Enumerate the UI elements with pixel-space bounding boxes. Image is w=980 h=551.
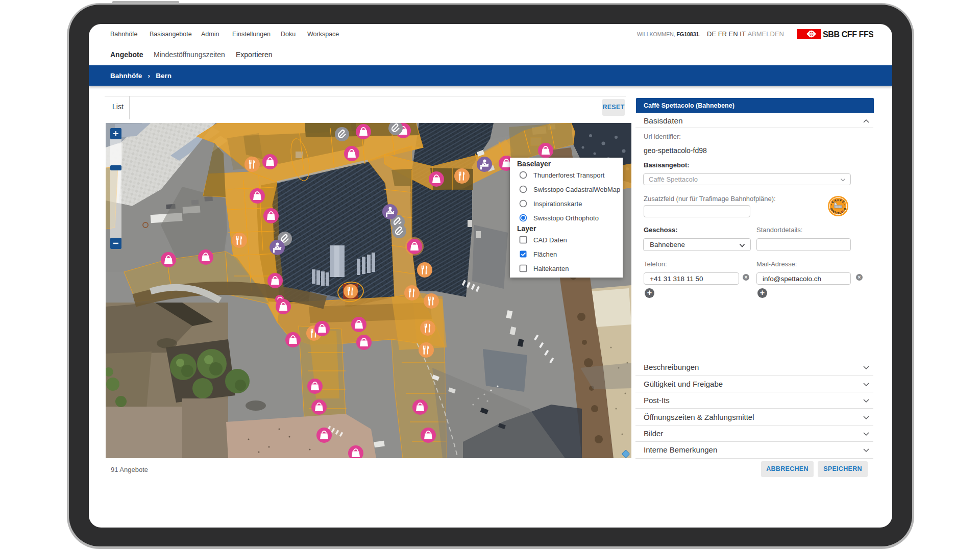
svg-text:Thunderforest Transport: Thunderforest Transport (533, 171, 605, 179)
svg-text:Flächen: Flächen (533, 251, 557, 258)
svg-text:CAD Daten: CAD Daten (533, 236, 567, 244)
svg-text:SBB CFF FFS: SBB CFF FFS (823, 30, 873, 39)
svg-text:Layer: Layer (517, 224, 536, 233)
svg-text:Inspirationskarte: Inspirationskarte (533, 200, 582, 208)
svg-text:Swisstopo Orthophoto: Swisstopo Orthophoto (533, 214, 599, 222)
svg-text:Haltekanten: Haltekanten (533, 265, 569, 272)
svg-text:Swisstopo CadastralWebMap: Swisstopo CadastralWebMap (533, 186, 620, 193)
svg-text:Baselayer: Baselayer (517, 160, 551, 168)
